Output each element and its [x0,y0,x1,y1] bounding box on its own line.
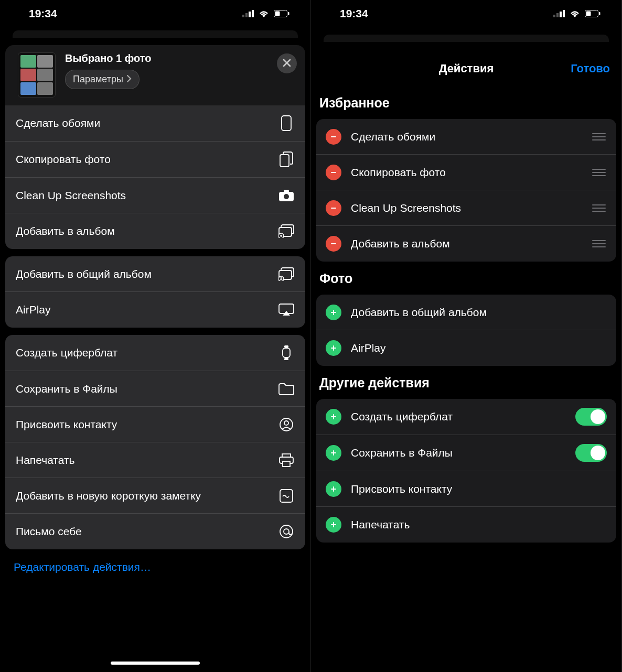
action-row[interactable]: Создать циферблат [5,335,305,371]
phone-actions-editor: 19:34 Действия Готово Избранное Сделать … [311,0,622,672]
action-row[interactable]: Добавить в новую короткую заметку [5,478,305,514]
svg-rect-47 [331,416,336,417]
favorite-row[interactable]: Clean Up Screenshots [316,190,616,226]
note-icon [278,489,295,503]
person-icon [278,418,295,431]
action-row[interactable]: Письмо себе [5,514,305,549]
action-row[interactable]: AirPlay [5,292,305,328]
album-icon [278,224,295,238]
close-button[interactable] [277,53,297,73]
favorite-row[interactable]: Скопировать фото [316,155,616,190]
action-row[interactable]: Напечатать [5,442,305,478]
svg-rect-25 [282,454,291,457]
add-button[interactable] [326,445,341,461]
action-label: Добавить в общий альбом [16,268,278,280]
svg-point-24 [284,421,288,425]
action-group: Создать циферблатСохранить в ФайлыПрисво… [5,335,305,549]
photo-row[interactable]: Добавить в общий альбом [316,295,616,330]
section-favorites-title: Избранное [311,86,621,116]
other-row[interactable]: Напечатать [316,507,616,543]
favorites-group: Сделать обоямиСкопировать фотоClean Up S… [316,119,616,262]
drag-handle-icon[interactable] [592,204,607,212]
phone-icon [278,115,295,131]
action-label: Добавить в альбом [16,225,278,237]
photo-label: Добавить в общий альбом [351,306,607,319]
drag-handle-icon[interactable] [592,240,607,247]
done-button[interactable]: Готово [571,62,610,75]
svg-point-18 [281,277,282,279]
svg-rect-45 [331,348,336,349]
photo-row[interactable]: AirPlay [316,330,616,366]
other-row[interactable]: Создать циферблат [316,399,616,435]
share-sheet-actions: Сделать обоямиСкопировать фотоClean Up S… [0,105,310,586]
action-row[interactable]: Скопировать фото [5,142,305,178]
status-bar: 19:34 [0,0,310,27]
svg-rect-49 [331,452,336,453]
favorite-row[interactable]: Добавить в альбом [316,226,616,262]
phone-share-sheet: 19:34 Выбрано 1 фото Параметры [0,0,311,672]
wifi-icon [569,9,581,18]
add-button[interactable] [326,305,341,320]
shared-album-icon [278,267,295,281]
options-label: Параметры [73,74,123,85]
other-row[interactable]: Присвоить контакту [316,471,616,507]
page-title: Действия [439,62,494,75]
add-button[interactable] [326,409,341,425]
folder-icon [278,383,295,395]
drag-handle-icon[interactable] [592,169,607,176]
nav-bar: Действия Готово [311,48,621,86]
favorite-label: Сделать обоями [351,131,583,143]
remove-button[interactable] [326,129,341,145]
battery-icon [274,10,289,17]
other-label: Сохранить в Файлы [351,447,566,459]
svg-rect-41 [331,243,336,244]
svg-rect-6 [288,12,289,15]
favorite-label: Добавить в альбом [351,237,583,250]
camera-icon [278,189,295,202]
svg-rect-2 [249,12,251,17]
other-row[interactable]: Сохранить в Файлы [316,435,616,471]
favorite-row[interactable]: Сделать обоями [316,119,616,155]
svg-rect-1 [245,13,248,17]
share-header-title: Выбрано 1 фото [65,52,151,64]
svg-rect-32 [556,13,559,17]
action-row[interactable]: Добавить в альбом [5,213,305,249]
other-label: Создать циферблат [351,410,566,423]
action-label: Сделать обоями [16,117,278,129]
action-label: Присвоить контакту [16,418,278,431]
action-label: Напечатать [16,454,278,467]
add-button[interactable] [326,340,341,356]
remove-button[interactable] [326,200,341,216]
drag-handle-icon[interactable] [592,133,607,140]
edit-actions-link[interactable]: Редактировать действия… [5,549,305,576]
action-row[interactable]: Сделать обоями [5,105,305,142]
options-button[interactable]: Параметры [65,70,140,89]
add-button[interactable] [326,481,341,497]
home-indicator[interactable] [111,662,200,665]
remove-button[interactable] [326,165,341,180]
add-button[interactable] [326,517,341,533]
svg-rect-53 [331,524,336,525]
svg-rect-37 [599,12,600,15]
watch-icon [278,345,295,361]
svg-point-10 [284,194,289,199]
cellular-icon [242,10,254,17]
svg-rect-5 [275,12,280,16]
svg-rect-31 [553,15,555,17]
toggle-switch[interactable] [575,408,607,426]
favorite-label: Clean Up Screenshots [351,202,583,214]
svg-rect-33 [560,12,562,17]
action-label: Clean Up Screenshots [16,189,278,202]
shared-photo-thumbnail [18,52,56,97]
section-photo-title: Фото [311,262,621,291]
status-time: 19:34 [340,7,368,20]
action-row[interactable]: Clean Up Screenshots [5,178,305,213]
action-row[interactable]: Присвоить контакту [5,407,305,442]
action-row[interactable]: Сохранить в Файлы [5,371,305,407]
action-row[interactable]: Добавить в общий альбом [5,256,305,292]
remove-button[interactable] [326,236,341,252]
action-label: Скопировать фото [16,153,278,166]
svg-rect-40 [331,208,336,209]
action-label: Сохранить в Файлы [16,383,278,395]
toggle-switch[interactable] [575,444,607,462]
